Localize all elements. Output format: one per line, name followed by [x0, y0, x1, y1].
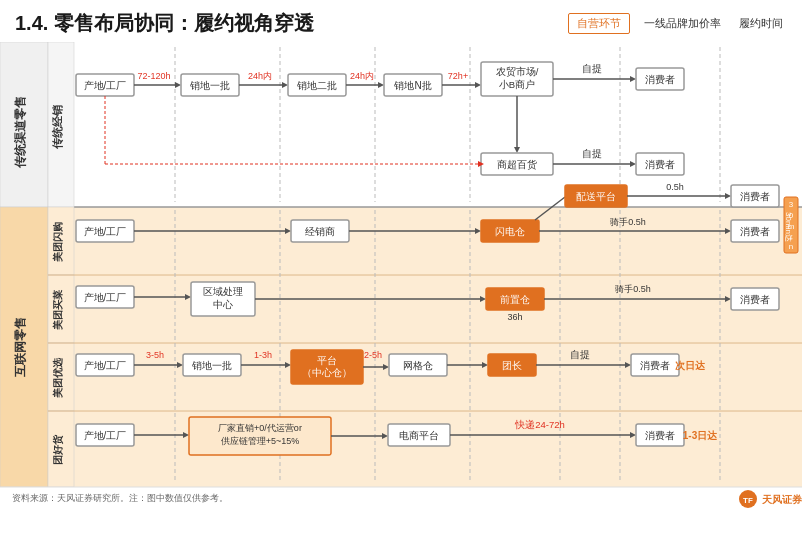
svg-text:销地N批: 销地N批	[393, 80, 431, 91]
svg-text:农贸市场/: 农贸市场/	[496, 66, 539, 77]
svg-text:消费者: 消费者	[740, 226, 770, 237]
svg-text:自提: 自提	[570, 349, 590, 360]
svg-text:美团买菜: 美团买菜	[51, 289, 63, 331]
svg-text:商超百货: 商超百货	[497, 159, 537, 170]
svg-text:厂家直销+0/代运营or: 厂家直销+0/代运营or	[218, 423, 302, 433]
svg-text:资料来源：天风证券研究所。注：图中数值仅供参考。: 资料来源：天风证券研究所。注：图中数值仅供参考。	[12, 493, 228, 503]
svg-text:销地一批: 销地一批	[191, 360, 232, 371]
svg-text:3-5h: 3-5h	[146, 350, 164, 360]
svg-text:中心: 中心	[213, 299, 233, 310]
svg-text:24h内: 24h内	[350, 71, 374, 81]
svg-text:天风证券: 天风证券	[761, 494, 802, 505]
svg-text:消费者: 消费者	[740, 294, 770, 305]
svg-text:消费者: 消费者	[645, 430, 675, 441]
svg-text:自提: 自提	[582, 63, 602, 74]
page-title: 1.4. 零售布局协同：履约视角穿透	[15, 10, 314, 37]
header-tags: 自营环节 一线品牌加价率 履约时间	[568, 13, 787, 34]
svg-text:3: 3	[789, 200, 794, 209]
svg-text:TF: TF	[743, 496, 753, 505]
svg-text:骑手0.5h: 骑手0.5h	[615, 284, 651, 294]
svg-text:产地/工厂: 产地/工厂	[84, 292, 127, 303]
svg-text:骑手0.5h: 骑手0.5h	[610, 217, 646, 227]
svg-text:自提: 自提	[582, 148, 602, 159]
svg-text:产地/工厂: 产地/工厂	[84, 80, 127, 91]
diagram-container: 传统渠道零售 互联网零售 传统经销 产地/工厂 72-120h 销地一批	[0, 42, 802, 510]
svg-text:2-5h: 2-5h	[364, 350, 382, 360]
svg-text:传统经销: 传统经销	[51, 105, 63, 150]
tag-self-operation: 自营环节	[568, 13, 630, 34]
svg-text:36h: 36h	[507, 312, 522, 322]
svg-text:产地/工厂: 产地/工厂	[84, 226, 127, 237]
svg-text:团好货: 团好货	[52, 434, 63, 465]
svg-text:小B商户: 小B商户	[499, 79, 535, 90]
svg-text:闪电仓: 闪电仓	[495, 226, 525, 237]
tag-brand-rate: 一线品牌加价率	[640, 14, 725, 33]
svg-text:互联网零售: 互联网零售	[13, 317, 27, 377]
svg-text:产地/工厂: 产地/工厂	[84, 430, 127, 441]
svg-text:网格仓: 网格仓	[403, 360, 433, 371]
svg-text:美团闪购: 美团闪购	[51, 222, 63, 263]
svg-text:区域处理: 区域处理	[203, 286, 243, 297]
svg-text:消费者: 消费者	[645, 159, 675, 170]
svg-text:快递24-72h: 快递24-72h	[514, 419, 565, 430]
svg-text:美团优选: 美团优选	[51, 357, 63, 399]
svg-text:销地二批: 销地二批	[296, 80, 337, 91]
svg-text:0.5h: 0.5h	[666, 182, 684, 192]
svg-text:1-3日达: 1-3日达	[683, 430, 718, 441]
svg-text:30min达: 30min达	[784, 212, 793, 242]
svg-text:次日达: 次日达	[675, 360, 706, 371]
svg-text:销地一批: 销地一批	[189, 80, 230, 91]
svg-text:1-3h: 1-3h	[254, 350, 272, 360]
svg-text:消费者: 消费者	[645, 74, 675, 85]
svg-text:n: n	[789, 242, 793, 251]
svg-text:供应链管理+5~15%: 供应链管理+5~15%	[221, 436, 300, 446]
svg-text:前置仓: 前置仓	[500, 294, 530, 305]
svg-text:72-120h: 72-120h	[137, 71, 170, 81]
svg-text:经销商: 经销商	[305, 226, 335, 237]
svg-text:24h内: 24h内	[248, 71, 272, 81]
svg-text:平台: 平台	[317, 355, 337, 366]
svg-text:产地/工厂: 产地/工厂	[84, 360, 127, 371]
svg-text:消费者: 消费者	[640, 360, 670, 371]
svg-text:团长: 团长	[502, 360, 522, 371]
svg-text:配送平台: 配送平台	[576, 191, 616, 202]
header: 1.4. 零售布局协同：履约视角穿透 自营环节 一线品牌加价率 履约时间	[0, 0, 802, 43]
svg-text:（中心仓）: （中心仓）	[302, 367, 352, 378]
tag-fulfillment-time: 履约时间	[735, 14, 787, 33]
svg-text:传统渠道零售: 传统渠道零售	[13, 96, 27, 169]
svg-text:消费者: 消费者	[740, 191, 770, 202]
svg-text:72h+: 72h+	[448, 71, 468, 81]
svg-text:电商平台: 电商平台	[399, 430, 439, 441]
